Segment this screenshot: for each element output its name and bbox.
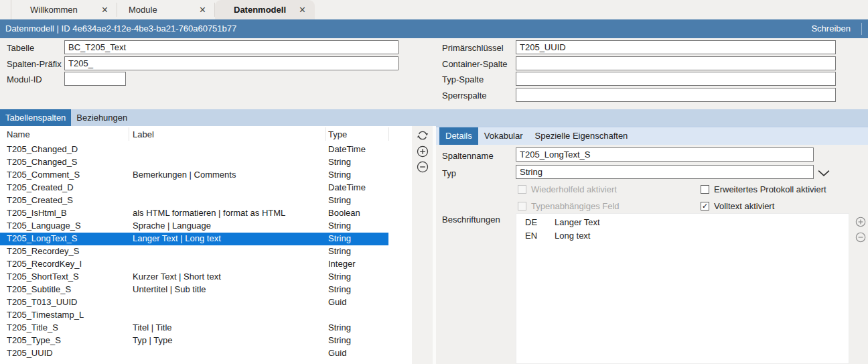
unchecked-checkbox-icon[interactable] — [701, 185, 709, 194]
tab-beziehungen[interactable]: Beziehungen — [71, 109, 133, 126]
remove-row-icon[interactable] — [417, 161, 429, 173]
close-icon[interactable]: × — [98, 5, 112, 15]
table-body: T205_Changed_DDateTimeT205_Changed_SStri… — [0, 143, 412, 360]
table-row[interactable]: T205_Subtitle_SUntertitel | Sub titleStr… — [0, 284, 412, 296]
container-spalte-input[interactable] — [516, 56, 836, 70]
cell-type: String — [328, 284, 351, 294]
checkbox-volltext-aktiviert[interactable]: ✓Volltext aktiviert — [701, 200, 826, 211]
tab-tabellenspalten[interactable]: Tabellenspalten — [0, 109, 71, 126]
header-separator — [129, 127, 129, 141]
caption-row[interactable]: DELanger Text — [516, 217, 849, 230]
add-row-icon[interactable] — [417, 145, 429, 158]
spalten-praefix-input[interactable] — [64, 56, 399, 70]
unchecked-checkbox-icon — [518, 202, 526, 210]
page-title: Datenmodell | ID 4e634ae2-f12e-4be3-ba21… — [5, 23, 236, 34]
cell-name: T205_Changed_D — [7, 144, 78, 154]
checkbox-typenabhängiges-feld: Typenabhängiges Feld — [518, 200, 701, 211]
window-tab-willkommen[interactable]: Willkommen× — [11, 0, 117, 19]
sperrspalte-label: Sperrspalte — [442, 90, 486, 101]
table-row[interactable]: T205_LongText_SLanger Text | Long textSt… — [0, 233, 388, 245]
table-row[interactable]: T205_Created_SString — [0, 194, 412, 207]
table-row[interactable]: T205_Type_STyp | TypeString — [0, 335, 412, 347]
cell-name: T205_Timestamp_L — [7, 310, 84, 320]
typ-spalte-label: Typ-Spalte — [442, 74, 484, 84]
spaltenname-input[interactable] — [516, 147, 814, 162]
columns-table: Name Label Type T205_Changed_DDateTimeT2… — [0, 126, 412, 364]
typ-spalte-input[interactable] — [516, 72, 836, 86]
sperrspalte-input[interactable] — [516, 88, 836, 102]
checkbox-grid: Wiederholfeld aktiviertErweitertes Proto… — [518, 184, 826, 211]
tabelle-input[interactable] — [64, 40, 399, 54]
cell-label: Typ | Type — [133, 335, 173, 345]
checkbox-label: Wiederholfeld aktiviert — [531, 184, 617, 194]
document-header-bar: Datenmodell | ID 4e634ae2-f12e-4be3-ba21… — [0, 19, 868, 38]
table-row[interactable]: T205_IsHtml_Bals HTML formatieren | form… — [0, 207, 412, 220]
cell-type: Boolean — [328, 208, 360, 218]
window-tab-module[interactable]: Module× — [117, 0, 215, 19]
cell-type: String — [328, 157, 351, 167]
checkbox-label: Erweitertes Protokoll aktiviert — [714, 184, 826, 194]
table-row[interactable]: T205_T013_UUIDGuid — [0, 296, 412, 309]
caption-lang: DE — [525, 217, 537, 227]
cell-type: DateTime — [328, 144, 366, 154]
cell-name: T205_Language_S — [7, 221, 81, 231]
window-tab-strip: Willkommen×Module×Datenmodell× — [0, 0, 868, 19]
add-caption-icon[interactable] — [855, 217, 866, 227]
details-tab-spezielle-eigenschaften[interactable]: Spezielle Eigenschaften — [529, 127, 634, 145]
close-icon[interactable]: × — [295, 5, 309, 15]
caption-text: Long text — [555, 231, 591, 241]
cell-label: Kurzer Text | Short text — [133, 271, 221, 282]
cell-label: Sprache | Language — [133, 221, 211, 231]
refresh-icon[interactable] — [417, 129, 429, 141]
primaerschluessel-input[interactable] — [516, 40, 836, 54]
column-header-type[interactable]: Type — [328, 129, 347, 139]
schreiben-button[interactable]: Schreiben — [811, 23, 851, 34]
details-panel: DetailsVokabularSpezielle Eigenschaften … — [436, 126, 868, 364]
table-row[interactable]: T205_ShortText_SKurzer Text | Short text… — [0, 271, 412, 284]
cell-type: String — [328, 170, 351, 180]
checked-checkbox-icon[interactable]: ✓ — [701, 202, 709, 210]
tab-strip-lead — [0, 0, 11, 19]
details-tab-vokabular[interactable]: Vokabular — [478, 127, 529, 145]
cell-type: Guid — [328, 297, 346, 307]
typ-combo-input[interactable] — [516, 165, 814, 179]
table-row[interactable]: T205_Language_SSprache | LanguageString — [0, 220, 412, 233]
table-row[interactable]: T205_Timestamp_L — [0, 309, 412, 322]
close-icon[interactable]: × — [196, 5, 210, 15]
details-tab-details[interactable]: Details — [439, 127, 478, 145]
window-tab-datenmodell[interactable]: Datenmodell× — [215, 0, 315, 19]
primaerschluessel-label: Primärschlüssel — [442, 43, 504, 53]
section-tab-strip: Tabellenspalten Beziehungen — [0, 109, 868, 126]
column-header-label[interactable]: Label — [133, 129, 154, 139]
table-row[interactable]: T205_Comment_SBemerkungen | CommentsStri… — [0, 169, 412, 182]
beschriftungen-listbox[interactable]: DELanger TextENLong text — [516, 213, 849, 364]
table-row[interactable]: T205_UUIDGuid — [0, 347, 412, 360]
table-row[interactable]: T205_Created_DDateTime — [0, 182, 412, 194]
spaltenname-label: Spaltenname — [442, 151, 494, 161]
table-row[interactable]: T205_Changed_SString — [0, 156, 412, 169]
header-divider — [861, 23, 862, 35]
table-row[interactable]: T205_Recordey_SString — [0, 245, 412, 258]
caption-text: Langer Text — [555, 217, 600, 227]
checkbox-erweitertes-protokoll-aktiviert[interactable]: Erweitertes Protokoll aktiviert — [701, 184, 826, 194]
cell-type: String — [328, 271, 351, 282]
table-toolbar — [412, 126, 436, 364]
modul-id-input[interactable] — [64, 72, 126, 86]
cell-type: String — [328, 233, 351, 243]
window-tab-label: Module — [129, 5, 157, 15]
header-separator — [326, 127, 326, 141]
remove-caption-icon[interactable] — [855, 232, 866, 243]
chevron-down-icon[interactable] — [818, 168, 830, 176]
table-row[interactable]: T205_Title_STitel | TitleString — [0, 322, 412, 335]
checkbox-label: Volltext aktiviert — [714, 201, 774, 211]
column-header-name[interactable]: Name — [7, 129, 30, 139]
table-row[interactable]: T205_Changed_DDateTime — [0, 143, 412, 156]
spalten-praefix-label: Spalten-Präfix — [7, 59, 62, 69]
cell-type: String — [328, 335, 351, 345]
modul-id-label: Modul-ID — [7, 74, 42, 84]
cell-name: T205_LongText_S — [7, 233, 78, 243]
cell-name: T205_RecordKey_I — [7, 259, 82, 269]
typ-label: Typ — [442, 168, 456, 178]
table-row[interactable]: T205_RecordKey_IInteger — [0, 258, 412, 271]
caption-row[interactable]: ENLong text — [516, 230, 849, 243]
